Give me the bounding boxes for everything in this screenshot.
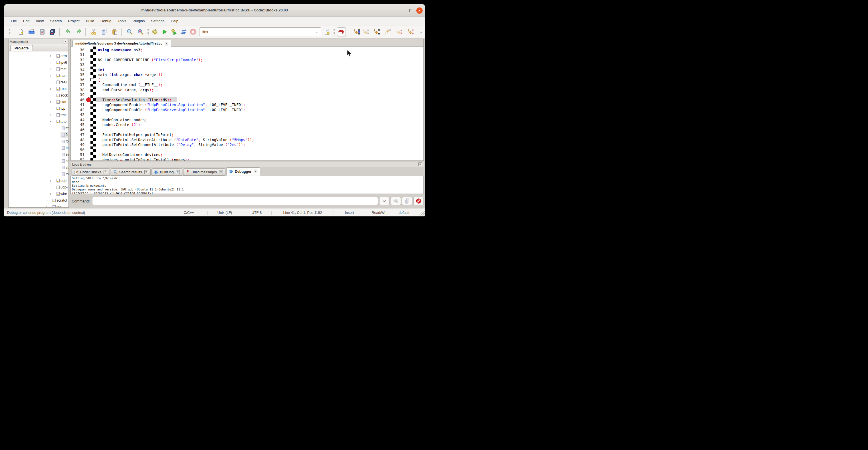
line-number[interactable]: 31 — [71, 52, 90, 57]
next-instruction-button[interactable] — [395, 27, 404, 36]
step-into-button[interactable] — [373, 27, 381, 36]
chevron-right-icon[interactable]: › — [50, 178, 51, 183]
tree-item-udp[interactable]: ›udp — [8, 177, 68, 184]
tree-item-fif[interactable]: fif — [8, 125, 68, 131]
line-number[interactable]: 33 — [71, 62, 90, 67]
line-number[interactable]: 35 — [71, 72, 90, 78]
tree-item-fo[interactable]: fo — [8, 138, 68, 145]
tree-item-ipv6[interactable]: ›ipv6 — [8, 59, 68, 66]
code-line-32[interactable]: 32NS_LOG_COMPONENT_DEFINE ("FirstScriptE… — [71, 57, 424, 63]
code-line-43[interactable]: 43 — [71, 112, 424, 117]
code-line-46[interactable]: 46 — [71, 127, 424, 132]
line-number[interactable]: 36 — [71, 78, 90, 83]
editor-tab-first-cc[interactable]: mnt/dev/tools/source/ns-3-dev/examples/t… — [72, 40, 171, 47]
tree-item-th[interactable]: th — [8, 171, 68, 177]
fold-margin-cell[interactable] — [90, 147, 96, 152]
tree-item-scratcl[interactable]: ›scratcl — [8, 197, 68, 204]
undo-button[interactable] — [64, 27, 72, 36]
line-number[interactable]: 51 — [71, 152, 90, 157]
fold-margin-cell[interactable] — [90, 97, 96, 102]
chevron-right-icon[interactable]: › — [50, 73, 51, 78]
step-out-button[interactable] — [384, 27, 393, 36]
logs-close-icon[interactable]: × — [418, 162, 422, 166]
tab-close-icon[interactable]: × — [219, 170, 223, 174]
tree-item-fir[interactable]: fir — [8, 131, 68, 138]
code-line-52[interactable]: 52 devices = pointToPoint.Install (nodes… — [71, 157, 424, 161]
code-line-51[interactable]: 51 NetDeviceContainer devices; — [71, 152, 424, 157]
fold-margin-cell[interactable] — [90, 142, 96, 147]
target-options-button[interactable] — [323, 27, 332, 36]
redo-button[interactable] — [74, 27, 83, 36]
line-number[interactable]: 52 — [71, 157, 90, 161]
copy-log-button[interactable] — [402, 197, 412, 205]
chevron-right-icon[interactable]: › — [46, 205, 48, 208]
save-all-button[interactable] — [48, 27, 57, 36]
code-line-47[interactable]: 47 PointToPointHelper pointToPoint; — [71, 132, 424, 137]
projects-tree[interactable]: ›erro›ipv6›mat›nam›reall›rout›sock›stat›… — [8, 51, 69, 208]
code-line-36[interactable]: 36{ — [71, 78, 424, 83]
maximize-button[interactable] — [408, 7, 414, 14]
tree-item-nam[interactable]: ›nam — [8, 72, 68, 79]
line-number[interactable]: 45 — [71, 122, 90, 127]
code-line-40[interactable]: 40 Time::SetResolution (Time::NS); — [71, 97, 424, 102]
fold-margin-cell[interactable] — [90, 57, 96, 63]
fold-margin-cell[interactable] — [90, 92, 96, 97]
fold-margin-cell[interactable] — [90, 152, 96, 157]
run-button[interactable] — [160, 27, 169, 36]
replace-button[interactable]: R — [136, 27, 145, 36]
fold-collapse-icon[interactable]: – — [91, 78, 94, 81]
tree-item-tuto[interactable]: ›tuto — [8, 118, 68, 125]
find-button[interactable] — [125, 27, 134, 36]
code-line-48[interactable]: 48 pointToPoint.SetDeviceAttribute ("Dat… — [71, 137, 424, 143]
line-number[interactable]: 44 — [71, 117, 90, 122]
logs-tab-build-messages[interactable]: Build messages× — [183, 169, 225, 176]
chevron-right-icon[interactable]: › — [50, 93, 51, 97]
line-number[interactable]: 30 — [71, 48, 90, 53]
titlebar[interactable]: mnt/dev/tools/source/ns-3-dev/examples/t… — [4, 4, 425, 17]
code-line-39[interactable]: 39 — [71, 92, 424, 97]
fold-margin-cell[interactable] — [90, 82, 96, 87]
code-editor[interactable]: 30using namespace ns3;3132NS_LOG_COMPONE… — [70, 47, 424, 161]
fold-margin-cell[interactable] — [90, 122, 96, 127]
line-number[interactable]: 49 — [71, 142, 90, 147]
chevron-right-icon[interactable]: › — [50, 106, 51, 111]
tab-close-icon[interactable]: × — [103, 170, 107, 174]
chevron-right-icon[interactable]: › — [50, 191, 51, 196]
fold-margin-cell[interactable] — [90, 112, 96, 117]
code-line-50[interactable]: 50 — [71, 147, 424, 152]
step-into-instruction-button[interactable] — [407, 27, 415, 36]
code-line-38[interactable]: 38 cmd.Parse (argc, argv); — [71, 87, 424, 92]
logs-tab-search-results[interactable]: Search results× — [111, 169, 151, 176]
tree-item-udp-[interactable]: ›udp- — [8, 184, 68, 190]
tree-item-wire[interactable]: ›wire — [8, 190, 68, 197]
logs-tab-code-blocks[interactable]: Code::Blocks× — [72, 169, 110, 176]
build-target-combo[interactable]: first ⌄ — [199, 27, 321, 36]
fold-margin-cell[interactable] — [90, 48, 96, 53]
next-line-button[interactable] — [362, 27, 371, 36]
chevron-right-icon[interactable]: › — [50, 54, 51, 58]
code-line-35[interactable]: 35main (int argc, char *argv[]) — [71, 72, 424, 78]
tree-item-reall[interactable]: ›reall — [8, 79, 68, 85]
save-button[interactable] — [38, 27, 46, 36]
tab-projects[interactable]: Projects — [10, 45, 33, 51]
editor-tab-close-icon[interactable]: × — [165, 42, 168, 46]
chevron-right-icon[interactable]: › — [50, 67, 51, 71]
line-number[interactable]: 37 — [71, 82, 90, 87]
tab-close-icon[interactable]: × — [144, 170, 148, 174]
menu-item-settings[interactable]: Settings — [148, 18, 167, 24]
tree-item-rout[interactable]: ›rout — [8, 85, 68, 92]
tree-item-sock[interactable]: ›sock — [8, 92, 68, 98]
chevron-right-icon[interactable]: › — [50, 60, 51, 64]
tree-item-six[interactable]: six — [8, 164, 68, 171]
toolbar-overflow-chevron[interactable]: ⌄ — [416, 27, 425, 36]
tab-close-icon[interactable]: × — [176, 170, 180, 174]
management-close-icon[interactable]: × — [64, 40, 67, 43]
line-number[interactable]: 47 — [71, 132, 90, 137]
chevron-right-icon[interactable]: › — [50, 100, 51, 104]
chevron-right-icon[interactable]: › — [50, 113, 51, 117]
command-input[interactable] — [92, 197, 378, 205]
tree-item-tcp[interactable]: ›tcp — [8, 105, 68, 112]
run-to-cursor-button[interactable] — [353, 27, 362, 36]
menu-item-edit[interactable]: Edit — [20, 18, 33, 24]
fold-margin-cell[interactable] — [90, 62, 96, 67]
